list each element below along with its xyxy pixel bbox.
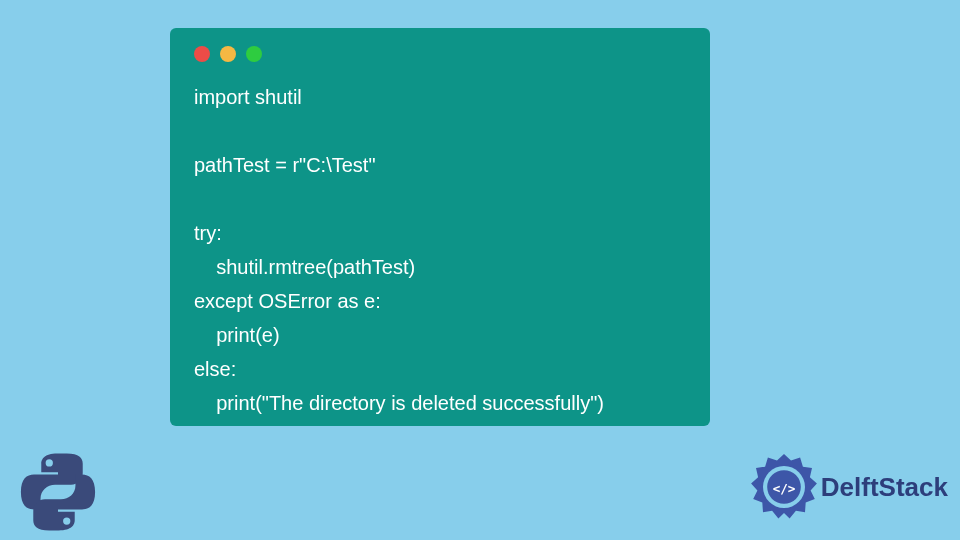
- maximize-dot-icon: [246, 46, 262, 62]
- python-logo-icon: [18, 452, 98, 532]
- delftstack-brand-text: DelftStack: [821, 472, 948, 503]
- window-controls: [194, 46, 686, 62]
- delftstack-logo: </> DelftStack: [749, 452, 948, 522]
- delft-gear-icon: </>: [749, 452, 819, 522]
- code-content: import shutil pathTest = r"C:\Test" try:…: [194, 80, 686, 420]
- code-window: import shutil pathTest = r"C:\Test" try:…: [170, 28, 710, 426]
- svg-text:</>: </>: [772, 481, 795, 496]
- close-dot-icon: [194, 46, 210, 62]
- minimize-dot-icon: [220, 46, 236, 62]
